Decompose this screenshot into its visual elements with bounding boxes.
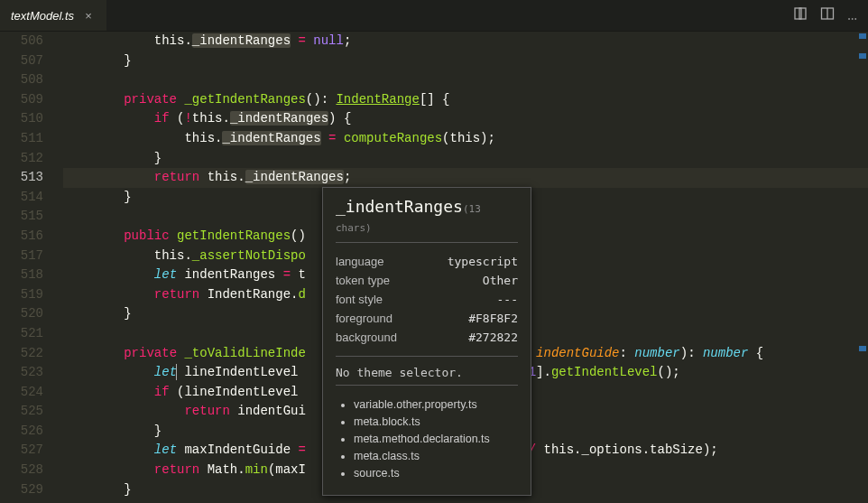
line-number: 527 bbox=[0, 441, 43, 461]
hover-theme-note: No theme selector. bbox=[323, 362, 531, 383]
scope-item: source.ts bbox=[354, 465, 518, 482]
tab-bar: textModel.ts × … bbox=[0, 0, 868, 32]
overview-ruler[interactable] bbox=[859, 32, 866, 503]
line-number: 516 bbox=[0, 227, 43, 247]
code-line: if (!this._indentRanges) { bbox=[63, 109, 868, 129]
hover-prop-row: token typeOther bbox=[336, 271, 518, 290]
code-line: this._indentRanges = null; bbox=[63, 32, 868, 51]
line-gutter: 506 507 508 509 510 511 512 513 514 515 … bbox=[0, 32, 63, 503]
hover-title: _indentRanges(13 chars) bbox=[323, 188, 531, 240]
line-number: 524 bbox=[0, 383, 43, 403]
tab-file[interactable]: textModel.ts × bbox=[0, 0, 107, 31]
line-number: 514 bbox=[0, 188, 43, 208]
line-number: 519 bbox=[0, 285, 43, 305]
line-number: 522 bbox=[0, 344, 43, 364]
line-number: 529 bbox=[0, 480, 43, 500]
hover-prop-row: languagetypescript bbox=[336, 252, 518, 271]
line-number: 523 bbox=[0, 363, 43, 383]
svg-rect-1 bbox=[799, 8, 806, 19]
line-number: 509 bbox=[0, 90, 43, 110]
scope-item: variable.other.property.ts bbox=[354, 396, 518, 414]
line-number: 521 bbox=[0, 324, 43, 344]
line-number: 512 bbox=[0, 149, 43, 169]
line-number: 508 bbox=[0, 70, 43, 90]
overview-mark bbox=[859, 346, 866, 351]
code-line: private _getIndentRanges(): IndentRange[… bbox=[63, 90, 868, 110]
code-line-current: return this._indentRanges; bbox=[63, 168, 868, 188]
hover-prop-row: font style--- bbox=[336, 290, 518, 309]
code-line: } bbox=[63, 51, 868, 71]
line-number: 515 bbox=[0, 207, 43, 227]
line-number: 526 bbox=[0, 422, 43, 442]
line-number: 510 bbox=[0, 109, 43, 129]
line-number: 511 bbox=[0, 129, 43, 149]
code-line bbox=[63, 70, 868, 90]
line-number: 528 bbox=[0, 461, 43, 480]
svg-rect-0 bbox=[795, 8, 801, 19]
close-icon[interactable]: × bbox=[81, 9, 96, 23]
split-editor-icon[interactable] bbox=[820, 6, 835, 25]
line-number: 513 bbox=[0, 168, 43, 188]
hover-props: languagetypescript token typeOther font … bbox=[323, 248, 531, 354]
overview-mark bbox=[859, 53, 866, 59]
hover-divider bbox=[336, 242, 518, 243]
tab-filename: textModel.ts bbox=[11, 9, 74, 23]
token-inspector-hover: _indentRanges(13 chars) languagetypescri… bbox=[322, 187, 531, 496]
hover-token: _indentRanges bbox=[336, 197, 463, 216]
scope-item: meta.class.ts bbox=[354, 448, 518, 465]
line-number: 520 bbox=[0, 304, 43, 324]
hover-divider bbox=[336, 385, 518, 386]
hover-divider bbox=[336, 356, 518, 357]
more-icon[interactable]: … bbox=[847, 7, 857, 23]
line-number: 507 bbox=[0, 51, 43, 71]
line-number: 506 bbox=[0, 32, 43, 51]
scope-item: meta.method.declaration.ts bbox=[354, 431, 518, 448]
hover-prop-row: foreground#F8F8F2 bbox=[336, 309, 518, 328]
line-number: 517 bbox=[0, 247, 43, 266]
hover-prop-row: background#272822 bbox=[336, 328, 518, 347]
code-line: this._indentRanges = computeRanges(this)… bbox=[63, 129, 868, 149]
line-number: 525 bbox=[0, 402, 43, 422]
tab-actions: … bbox=[782, 0, 868, 31]
overview-mark bbox=[859, 33, 866, 39]
compare-changes-icon[interactable] bbox=[793, 6, 808, 25]
hover-scopes: variable.other.property.ts meta.block.ts… bbox=[323, 391, 531, 495]
scope-item: meta.block.ts bbox=[354, 414, 518, 431]
code-line: } bbox=[63, 149, 868, 169]
line-number: 518 bbox=[0, 265, 43, 285]
